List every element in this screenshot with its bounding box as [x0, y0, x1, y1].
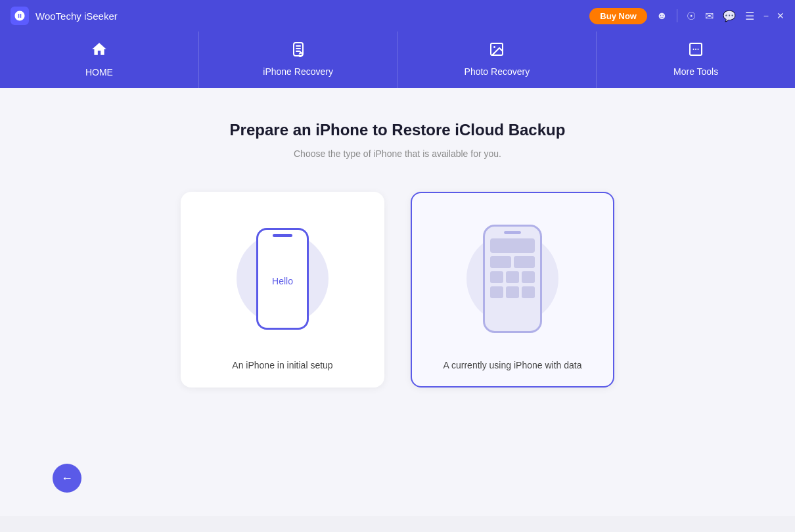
data-half-2 — [514, 256, 535, 268]
minimize-button[interactable]: − — [763, 11, 769, 21]
tab-photo-recovery-label: Photo Recovery — [465, 66, 530, 77]
option-initial-setup-label: An iPhone in initial setup — [232, 360, 332, 370]
profile-icon[interactable]: ☻ — [656, 10, 668, 22]
more-icon — [688, 41, 704, 61]
back-button[interactable]: ← — [53, 464, 81, 493]
window-controls: − ✕ — [763, 11, 784, 21]
titlebar-left: WooTechy iSeeker — [11, 7, 118, 25]
svg-point-5 — [695, 49, 696, 50]
options-row: Hello An iPhone in initial setup — [181, 192, 614, 388]
data-small-3 — [522, 271, 535, 283]
svg-point-6 — [698, 49, 699, 50]
data-row-3 — [490, 286, 535, 298]
buy-now-button[interactable]: Buy Now — [589, 8, 647, 24]
tab-iphone-recovery-label: iPhone Recovery — [263, 66, 333, 77]
tab-home-label: HOME — [85, 67, 113, 78]
menu-icon[interactable]: ☰ — [745, 10, 754, 22]
divider — [677, 9, 677, 22]
chat-icon[interactable]: 💬 — [723, 10, 736, 22]
refresh-icon — [290, 41, 306, 61]
data-row-2 — [490, 271, 535, 283]
option-with-data-label: A currently using iPhone with data — [443, 360, 582, 370]
back-arrow-icon: ← — [61, 472, 73, 485]
mail-icon[interactable]: ✉ — [705, 10, 714, 22]
iphone-hello-device: Hello — [256, 228, 309, 330]
page-subtitle: Choose the type of iPhone that is availa… — [294, 148, 501, 159]
data-small-5 — [506, 286, 519, 298]
tab-home[interactable]: HOME — [0, 32, 199, 88]
tab-iphone-recovery[interactable]: iPhone Recovery — [199, 32, 398, 88]
home-icon — [91, 41, 108, 62]
phone-illustration-initial: Hello — [230, 213, 335, 344]
data-small-4 — [490, 286, 503, 298]
app-name: WooTechy iSeeker — [35, 11, 118, 22]
data-small-2 — [506, 271, 519, 283]
data-small-1 — [490, 271, 503, 283]
data-block-1 — [490, 238, 535, 253]
logo-icon — [14, 10, 26, 22]
settings-icon[interactable]: ☉ — [687, 10, 696, 22]
tab-more-tools[interactable]: More Tools — [597, 32, 795, 88]
svg-point-4 — [693, 49, 694, 50]
titlebar: WooTechy iSeeker Buy Now ☻ ☉ ✉ 💬 ☰ − ✕ — [0, 0, 795, 32]
nav-tabs: HOME iPhone Recovery Photo Recovery — [0, 32, 795, 88]
data-small-6 — [522, 286, 535, 298]
page-title: Prepare an iPhone to Restore iCloud Back… — [230, 121, 566, 139]
main-content: Prepare an iPhone to Restore iCloud Back… — [0, 88, 795, 516]
phone-illustration-data — [460, 213, 565, 344]
tab-more-tools-label: More Tools — [673, 66, 718, 77]
option-initial-setup[interactable]: Hello An iPhone in initial setup — [181, 192, 384, 388]
titlebar-right: Buy Now ☻ ☉ ✉ 💬 ☰ − ✕ — [589, 8, 784, 24]
close-button[interactable]: ✕ — [777, 11, 784, 21]
data-half-1 — [490, 256, 511, 268]
hello-text: Hello — [272, 276, 293, 286]
svg-point-2 — [493, 46, 495, 48]
tab-photo-recovery[interactable]: Photo Recovery — [398, 32, 597, 88]
data-row-1 — [490, 256, 535, 268]
option-with-data[interactable]: A currently using iPhone with data — [411, 192, 614, 388]
app-logo — [11, 7, 29, 25]
photo-icon — [489, 41, 505, 61]
iphone-data-device — [483, 225, 542, 333]
